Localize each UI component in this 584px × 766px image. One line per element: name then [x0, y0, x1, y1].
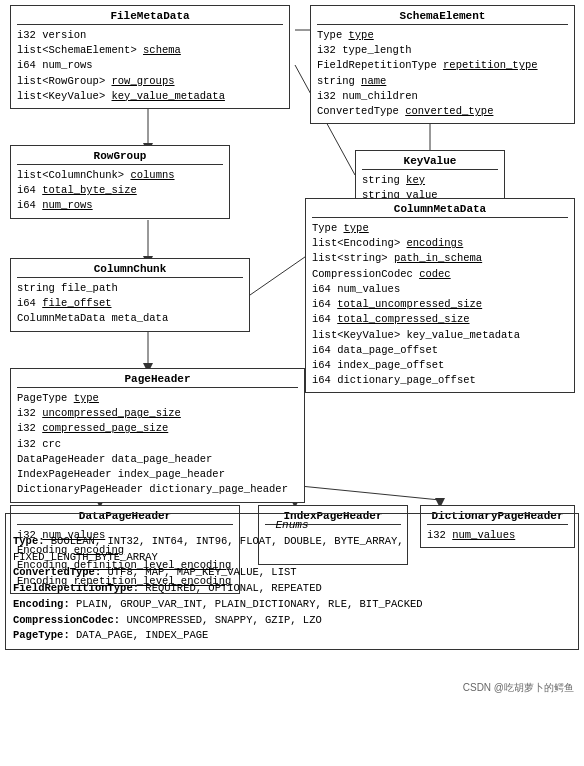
box-schemaelement-title: SchemaElement: [317, 10, 568, 25]
enums-title: Enums: [13, 519, 571, 531]
diagram-area: FileMetaData i32 version list<SchemaElem…: [0, 0, 584, 700]
box-pageheader-content: PageType type i32 uncompressed_page_size…: [17, 391, 298, 498]
box-pageheader-title: PageHeader: [17, 373, 298, 388]
enums-content: Type: BOOLEAN, INT32, INT64, INT96, FLOA…: [13, 534, 571, 644]
footer: CSDN @吃胡萝卜的鳄鱼: [463, 681, 574, 695]
box-columnchunk-content: string file_path i64 file_offset ColumnM…: [17, 281, 243, 327]
box-keyvalue-title: KeyValue: [362, 155, 498, 170]
box-filemetadata-title: FileMetaData: [17, 10, 283, 25]
box-schemaelement: SchemaElement Type type i32 type_length …: [310, 5, 575, 124]
box-pageheader: PageHeader PageType type i32 uncompresse…: [10, 368, 305, 503]
enums-section: Enums Type: BOOLEAN, INT32, INT64, INT96…: [5, 513, 579, 650]
box-filemetadata: FileMetaData i32 version list<SchemaElem…: [10, 5, 290, 109]
box-filemetadata-content: i32 version list<SchemaElement> schema i…: [17, 28, 283, 104]
box-columnmetadata-title: ColumnMetaData: [312, 203, 568, 218]
box-rowgroup-title: RowGroup: [17, 150, 223, 165]
box-rowgroup-content: list<ColumnChunk> columns i64 total_byte…: [17, 168, 223, 214]
box-columnmetadata: ColumnMetaData Type type list<Encoding> …: [305, 198, 575, 393]
box-columnmetadata-content: Type type list<Encoding> encodings list<…: [312, 221, 568, 388]
box-schemaelement-content: Type type i32 type_length FieldRepetitio…: [317, 28, 568, 119]
box-columnchunk-title: ColumnChunk: [17, 263, 243, 278]
box-rowgroup: RowGroup list<ColumnChunk> columns i64 t…: [10, 145, 230, 219]
box-columnchunk: ColumnChunk string file_path i64 file_of…: [10, 258, 250, 332]
